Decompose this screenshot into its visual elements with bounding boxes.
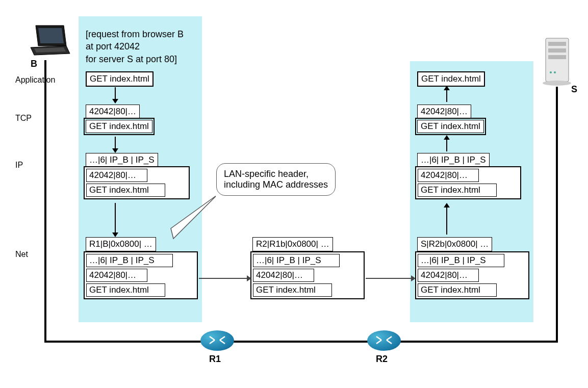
request-note-line2: at port 42042 — [86, 41, 140, 51]
request-note-line1: [request from browser B — [86, 29, 184, 39]
callout-line2: including MAC addresses — [224, 179, 328, 190]
s-tcp-group: GET index.html — [415, 118, 486, 135]
b-net-tcp-header: 42042|80|… — [86, 269, 147, 282]
r1-net-header: R2|R1b|0x0800| … — [252, 237, 333, 251]
arrow-r1-to-r2 — [366, 278, 412, 279]
r1-net-tcp-header: 42042|80|… — [253, 269, 314, 282]
b-net-header: R1|B|0x0800| … — [86, 237, 156, 251]
layer-application: Application — [15, 75, 55, 85]
s-app-packet: GET index.html — [417, 71, 485, 87]
svg-rect-1 — [548, 42, 566, 46]
svg-point-6 — [554, 71, 556, 73]
request-note-line3: for server S at port 80] — [86, 54, 177, 64]
server-label: S — [571, 84, 577, 95]
s-ip-tcp-header: 42042|80|… — [418, 169, 479, 182]
b-tcp-group: GET index.html — [84, 118, 155, 135]
arrow-b-tcp-ip — [115, 137, 116, 149]
server-icon — [541, 36, 574, 87]
router-r2-icon — [367, 330, 401, 351]
s-tcp-payload: GET index.html — [417, 120, 484, 133]
callout-line1: LAN-specific header, — [224, 169, 309, 179]
arrow-b-to-r1 — [199, 278, 247, 279]
layer-tcp: TCP — [15, 114, 32, 123]
path-bottom — [44, 341, 558, 343]
callout-pointer — [168, 193, 219, 244]
s-net-tcp-header: 42042|80|… — [418, 269, 479, 282]
r1-net-group: …|6| IP_B | IP_S 42042|80|… GET index.ht… — [250, 251, 365, 299]
arrow-s-ip-tcp — [446, 139, 447, 151]
arrow-b-app-tcp — [115, 87, 116, 100]
r1-net-payload: GET index.html — [253, 283, 332, 297]
b-ip-tcp-header: 42042|80|… — [86, 169, 147, 182]
router-r1-label: R1 — [209, 354, 221, 365]
s-net-header: S|R2b|0x0800| … — [417, 237, 492, 251]
arrow-b-ip-net — [115, 203, 116, 234]
path-s-down — [556, 87, 558, 342]
s-net-group: …|6| IP_B | IP_S 42042|80|… GET index.ht… — [415, 251, 529, 299]
s-tcp-header: 42042|80|… — [417, 105, 471, 119]
svg-point-5 — [550, 71, 552, 73]
arrow-s-tcp-app — [446, 89, 447, 102]
browser-label: B — [31, 59, 37, 69]
s-ip-payload: GET index.html — [418, 184, 497, 197]
b-ip-header: …|6| IP_B | IP_S — [86, 153, 158, 167]
arrow-s-net-ip — [446, 206, 447, 235]
b-net-payload: GET index.html — [86, 283, 165, 297]
b-tcp-payload: GET index.html — [86, 120, 152, 133]
router-r2-label: R2 — [376, 354, 388, 365]
b-net-ip-header: …|6| IP_B | IP_S — [86, 254, 173, 267]
s-net-ip-header: …|6| IP_B | IP_S — [418, 254, 504, 267]
b-net-group: …|6| IP_B | IP_S 42042|80|… GET index.ht… — [84, 251, 198, 299]
s-ip-header: …|6| IP_B | IP_S — [417, 153, 490, 167]
svg-rect-2 — [548, 48, 566, 53]
b-ip-payload: GET index.html — [86, 184, 165, 197]
laptop-icon — [28, 23, 74, 59]
request-note: [request from browser B at port 42042 fo… — [86, 28, 184, 65]
layer-ip: IP — [15, 161, 23, 170]
s-net-payload: GET index.html — [418, 283, 497, 297]
lan-header-callout: LAN-specific header, including MAC addre… — [216, 163, 336, 196]
svg-point-4 — [543, 81, 571, 86]
router-r1-icon — [200, 330, 234, 351]
svg-rect-3 — [548, 55, 566, 59]
r1-net-ip-header: …|6| IP_B | IP_S — [253, 254, 340, 267]
b-app-packet: GET index.html — [86, 71, 154, 87]
s-ip-group: 42042|80|… GET index.html — [415, 166, 521, 199]
layer-net: Net — [15, 250, 28, 259]
b-tcp-header: 42042|80|… — [86, 105, 140, 119]
path-b-down — [44, 60, 46, 342]
